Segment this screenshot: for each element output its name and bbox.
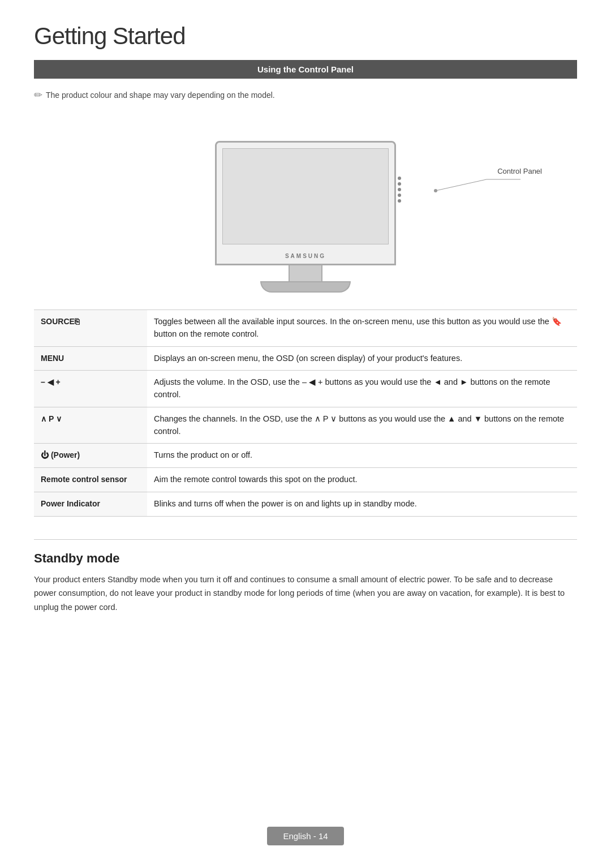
note-icon: ✏ — [34, 89, 42, 101]
power-symbol: ⏻ (Power) — [41, 450, 80, 459]
monitor-frame: SAMSUNG — [215, 141, 396, 265]
cp-dot-3 — [398, 188, 401, 191]
note-line: ✏ The product colour and shape may vary … — [34, 89, 577, 101]
footer-badge: English - 14 — [267, 827, 343, 845]
table-cell-desc: Toggles between all the available input … — [147, 310, 577, 347]
table-cell-desc: Aim the remote control towards this spot… — [147, 468, 577, 492]
table-row: Remote control sensor Aim the remote con… — [34, 468, 577, 492]
table-cell-symbol: ⏻ (Power) — [34, 444, 147, 468]
footer: English - 14 — [0, 827, 611, 845]
control-panel-dots — [398, 177, 401, 203]
svg-line-0 — [436, 179, 487, 191]
monitor-base — [260, 281, 351, 293]
power-indicator-symbol: Power Indicator — [41, 499, 100, 508]
section-header: Using the Control Panel — [34, 60, 577, 79]
remote-sensor-symbol: Remote control sensor — [41, 475, 127, 484]
monitor-diagram: SAMSUNG Control Panel — [34, 111, 577, 293]
menu-symbol: MENU — [41, 354, 64, 363]
table-cell-symbol: MENU — [34, 346, 147, 371]
table-row: Power Indicator Blinks and turns off whe… — [34, 492, 577, 516]
monitor-neck — [289, 265, 322, 281]
table-cell-symbol: Power Indicator — [34, 492, 147, 516]
table-cell-desc: Adjusts the volume. In the OSD, use the … — [147, 371, 577, 407]
cp-dot-5 — [398, 199, 401, 203]
table-cell-symbol: Remote control sensor — [34, 468, 147, 492]
monitor-screen — [222, 148, 389, 244]
channel-symbol: ∧ P ∨ — [41, 414, 62, 423]
note-text: The product colour and shape may vary de… — [46, 91, 275, 100]
table-cell-symbol: ∧ P ∨ — [34, 407, 147, 444]
cp-dot-2 — [398, 182, 401, 186]
monitor-brand: SAMSUNG — [285, 253, 326, 259]
control-table: SOURCE⎘ Toggles between all the availabl… — [34, 310, 577, 517]
control-panel-callout-label: Control Panel — [497, 167, 542, 175]
cp-dot-1 — [398, 177, 401, 180]
table-row: SOURCE⎘ Toggles between all the availabl… — [34, 310, 577, 347]
table-cell-desc: Changes the channels. In the OSD, use th… — [147, 407, 577, 444]
table-cell-symbol: SOURCE⎘ — [34, 310, 147, 347]
table-row: ⏻ (Power) Turns the product on or off. — [34, 444, 577, 468]
table-row: MENU Displays an on-screen menu, the OSD… — [34, 346, 577, 371]
arrow-right-icon: ► — [460, 376, 468, 389]
section-divider — [34, 539, 577, 540]
source-symbol: SOURCE⎘ — [41, 317, 79, 326]
standby-title: Standby mode — [34, 551, 577, 566]
cp-dot-4 — [398, 194, 401, 197]
table-cell-desc: Blinks and turns off when the power is o… — [147, 492, 577, 516]
page-title: Getting Started — [34, 23, 577, 50]
table-cell-desc: Turns the product on or off. — [147, 444, 577, 468]
volume-symbol: – ◀ + — [41, 377, 61, 386]
table-row: – ◀ + Adjusts the volume. In the OSD, us… — [34, 371, 577, 407]
table-cell-symbol: – ◀ + — [34, 371, 147, 407]
standby-text: Your product enters Standby mode when yo… — [34, 573, 577, 615]
svg-point-2 — [434, 189, 437, 192]
monitor-wrapper: SAMSUNG — [215, 141, 396, 293]
table-row: ∧ P ∨ Changes the channels. In the OSD, … — [34, 407, 577, 444]
table-cell-desc: Displays an on-screen menu, the OSD (on … — [147, 346, 577, 371]
